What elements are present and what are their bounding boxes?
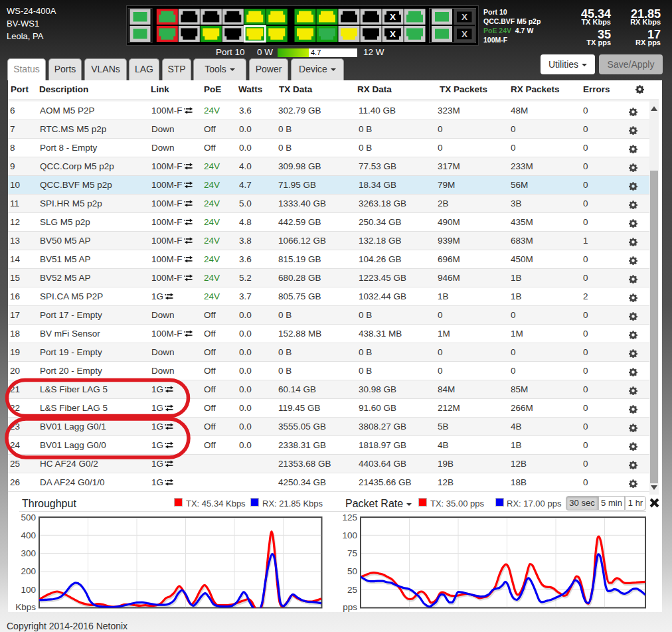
- svg-text:Kbps: Kbps: [15, 602, 36, 612]
- svg-text:X: X: [462, 29, 467, 39]
- svg-text:500: 500: [21, 513, 36, 522]
- svg-text:300: 300: [21, 548, 36, 558]
- svg-text:200: 200: [21, 566, 36, 576]
- svg-text:pps: pps: [343, 602, 357, 612]
- svg-text:125: 125: [342, 513, 357, 522]
- svg-text:100: 100: [21, 585, 36, 595]
- svg-text:100: 100: [342, 530, 357, 540]
- svg-text:75: 75: [347, 548, 357, 558]
- svg-text:X: X: [390, 12, 396, 22]
- svg-text:25: 25: [347, 585, 357, 595]
- svg-text:X: X: [390, 29, 396, 39]
- svg-text:50: 50: [347, 566, 357, 576]
- svg-text:X: X: [462, 12, 467, 22]
- svg-text:400: 400: [21, 530, 36, 540]
